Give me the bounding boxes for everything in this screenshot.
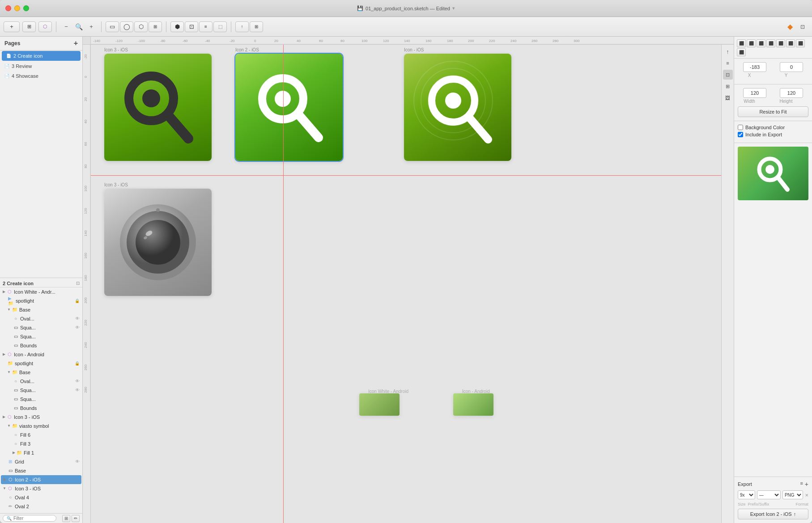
slice-button[interactable]: ⊞ bbox=[22, 21, 36, 32]
svg-point-51 bbox=[445, 93, 461, 109]
grid-tool[interactable]: ⊞ bbox=[149, 21, 162, 32]
layer-oval-android[interactable]: ○ Oval... 👁 bbox=[0, 377, 82, 386]
page-item-review[interactable]: 📄 3 Review bbox=[0, 61, 82, 71]
maximize-button[interactable] bbox=[23, 5, 29, 11]
svg-text:-120: -120 bbox=[115, 39, 123, 43]
artboard-icon3-ios-2[interactable] bbox=[104, 189, 212, 296]
layer-icon3-ios-2[interactable]: ▼ ⬡ Icon 3 - iOS bbox=[0, 484, 82, 493]
svg-text:-40: -40 bbox=[205, 39, 210, 43]
upload-btn[interactable]: ↑ bbox=[723, 46, 733, 56]
layer-base-1[interactable]: ▼ 📁 Base bbox=[0, 305, 82, 314]
rect-icon: ▭ bbox=[110, 23, 115, 30]
layer-icon2-ios[interactable]: ▶ ⬡ Icon 2 - iOS bbox=[1, 475, 81, 484]
x-input[interactable] bbox=[743, 62, 766, 72]
canvas[interactable]: Icon 3 - iOS Icon 2 - iOS bbox=[91, 45, 721, 523]
artboard-android-white-preview[interactable] bbox=[359, 393, 400, 416]
layout-tool[interactable]: ⊞ bbox=[250, 21, 263, 32]
add-button[interactable]: + bbox=[4, 21, 20, 32]
layer-label-fill6: Fill 6 bbox=[20, 432, 80, 438]
height-input[interactable] bbox=[780, 88, 803, 98]
filter-input[interactable] bbox=[13, 516, 49, 521]
export-options-row: 9x 1x 2x 3x — PNG JPG SVG PDF × bbox=[738, 490, 808, 499]
layer-spotlight-1[interactable]: ▶ 📁 spotlight 🔒 bbox=[0, 296, 82, 305]
oval-tool[interactable]: ◯ bbox=[120, 21, 133, 32]
layer-squa-2[interactable]: ▭ Squa... bbox=[0, 332, 82, 341]
align-middle-btn[interactable]: ⬛ bbox=[776, 39, 785, 47]
layer-oval-1[interactable]: ○ Oval... 👁 bbox=[0, 314, 82, 323]
ruler-btn[interactable]: ≡ bbox=[723, 58, 733, 68]
zoom-in-button[interactable]: + bbox=[85, 22, 97, 32]
export-prefix-suffix-select[interactable]: — bbox=[757, 490, 781, 499]
layer-label-bounds-android: Bounds bbox=[20, 405, 80, 411]
layer-bounds-android[interactable]: ▭ Bounds bbox=[0, 404, 82, 413]
layer-bounds-1[interactable]: ▭ Bounds bbox=[0, 341, 82, 350]
transform-tool[interactable]: ⊡ bbox=[185, 21, 198, 32]
export-tool[interactable]: ↑ bbox=[235, 21, 249, 32]
layer-oval2-path[interactable]: ✏ Oval 2 bbox=[0, 502, 82, 511]
y-input[interactable] bbox=[780, 62, 803, 72]
mirror-button[interactable]: ⊡ bbox=[797, 22, 808, 32]
page-view-btn[interactable]: ⊞ bbox=[62, 515, 70, 522]
artboard-icon3-ios-1[interactable] bbox=[104, 54, 212, 161]
layer-viasto[interactable]: ▼ 📁 viasto symbol bbox=[0, 422, 82, 430]
layer-squa-android-1[interactable]: ▭ Squa... 👁 bbox=[0, 386, 82, 395]
symbol-icon: ⬡ bbox=[7, 485, 13, 492]
share-button[interactable]: ◆ bbox=[784, 22, 796, 32]
export-size-select[interactable]: 9x 1x 2x 3x bbox=[738, 490, 755, 499]
image-btn[interactable]: 🖼 bbox=[723, 93, 733, 103]
layer-icon-android[interactable]: ▶ ⬡ Icon - Android bbox=[0, 350, 82, 359]
inspect-btn[interactable]: ⊡ bbox=[723, 70, 733, 80]
distribute-h-btn[interactable]: ⬛ bbox=[796, 39, 805, 47]
mask-tool[interactable]: ⬚ bbox=[213, 21, 227, 32]
page-item-showcase[interactable]: 📄 4 Showcase bbox=[0, 71, 82, 81]
distribute-v-btn[interactable]: ⬛ bbox=[737, 48, 746, 56]
artboard-android-preview[interactable] bbox=[453, 393, 493, 416]
align-right-btn[interactable]: ⬛ bbox=[757, 39, 765, 47]
svg-text:60: 60 bbox=[84, 142, 88, 146]
layers-collapse[interactable]: ⊡ bbox=[76, 281, 80, 286]
filter-input-container[interactable]: 🔍 bbox=[3, 515, 56, 522]
layer-squa-android-2[interactable]: ▭ Squa... bbox=[0, 395, 82, 404]
close-button[interactable] bbox=[5, 5, 11, 11]
layer-fill3[interactable]: ○ Fill 3 bbox=[0, 439, 82, 448]
align-top-btn[interactable]: ⬛ bbox=[766, 39, 775, 47]
add-page-button[interactable]: + bbox=[74, 39, 78, 47]
layer-fill1[interactable]: ▶ 📁 Fill 1 bbox=[0, 448, 82, 457]
minimize-button[interactable] bbox=[14, 5, 20, 11]
svg-text:60: 60 bbox=[319, 39, 323, 43]
zoom-out-button[interactable]: − bbox=[60, 22, 72, 32]
component-button[interactable]: ⬡ bbox=[38, 21, 52, 32]
layer-base-ios3[interactable]: ▭ Base bbox=[0, 466, 82, 475]
layer-oval4[interactable]: ○ Oval 4 bbox=[0, 493, 82, 502]
align-tool[interactable]: ≡ bbox=[199, 21, 213, 32]
path-tool[interactable]: ⬢ bbox=[170, 21, 184, 32]
layer-fill6[interactable]: ○ Fill 6 bbox=[0, 430, 82, 439]
align-center-btn[interactable]: ⬛ bbox=[747, 39, 756, 47]
export-list-icon[interactable]: ≡ bbox=[800, 481, 803, 488]
background-color-checkbox[interactable] bbox=[738, 125, 743, 130]
resize-to-fit-btn[interactable]: Resize to Fit bbox=[738, 106, 808, 117]
artboard-icon-ios[interactable] bbox=[404, 54, 511, 161]
align-bottom-btn[interactable]: ⬛ bbox=[786, 39, 795, 47]
artboard-icon2-ios[interactable] bbox=[235, 54, 343, 161]
rect-tool[interactable]: ▭ bbox=[106, 21, 119, 32]
export-remove-icon[interactable]: × bbox=[805, 492, 808, 498]
edit-btn[interactable]: ✏ bbox=[72, 515, 80, 522]
page-item-create-icon[interactable]: 📄 2 Create icon bbox=[2, 51, 81, 61]
align-left-btn[interactable]: ⬛ bbox=[737, 39, 746, 47]
export-format-select[interactable]: PNG JPG SVG PDF bbox=[782, 490, 803, 499]
layer-base-android[interactable]: ▼ 📁 Base bbox=[0, 368, 82, 377]
layer-grid[interactable]: ⊞ Grid 👁 bbox=[0, 457, 82, 466]
width-input[interactable] bbox=[743, 88, 766, 98]
export-add-icon[interactable]: + bbox=[805, 481, 808, 488]
svg-text:-100: -100 bbox=[138, 39, 145, 43]
export-button[interactable]: Export Icon 2 - iOS ↑ bbox=[738, 509, 808, 519]
include-export-checkbox[interactable] bbox=[738, 132, 743, 137]
page-label-create: 2 Create icon bbox=[13, 53, 43, 59]
layer-icon3-ios[interactable]: ▶ ⬡ Icon 3 - iOS bbox=[0, 413, 82, 422]
layer-icon-white-android[interactable]: ▶ ⬡ Icon White - Andr... bbox=[0, 287, 82, 296]
zoom-btn[interactable]: ⊞ bbox=[723, 81, 733, 91]
polygon-tool[interactable]: ⬡ bbox=[134, 21, 148, 32]
layer-squa-1[interactable]: ▭ Squa... 👁 bbox=[0, 323, 82, 332]
layer-spotlight-android[interactable]: 📁 spotlight 🔒 bbox=[0, 359, 82, 368]
